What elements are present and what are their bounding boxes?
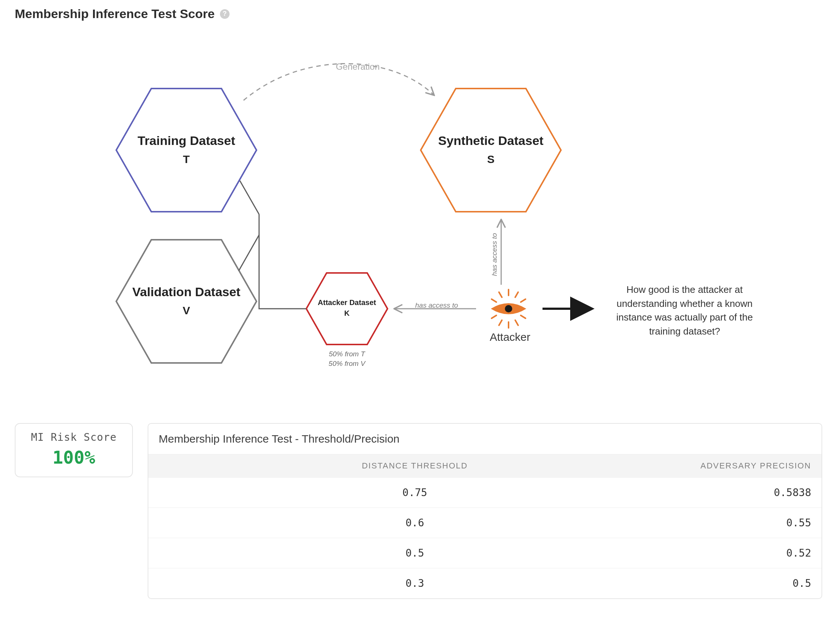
svg-line-2 xyxy=(499,292,502,297)
svg-line-6 xyxy=(515,320,518,325)
cell-threshold: 0.6 xyxy=(159,517,671,529)
attacker-question-text: How good is the attacker at understandin… xyxy=(605,283,764,339)
edge-t-to-junction xyxy=(240,181,259,214)
access-to-k-label: has access to xyxy=(415,302,458,310)
cell-precision: 0.52 xyxy=(671,547,811,559)
table-row: 0.3 0.5 xyxy=(148,568,822,598)
risk-score-card: MI Risk Score 100% xyxy=(15,423,133,477)
column-header-precision: ADVERSARY PRECISION xyxy=(671,461,811,470)
cell-threshold: 0.75 xyxy=(159,487,671,499)
composition-line-1: 50% from T xyxy=(317,349,376,359)
table-row: 0.6 0.55 xyxy=(148,508,822,538)
validation-hexagon xyxy=(116,240,256,363)
svg-line-7 xyxy=(499,320,502,325)
cell-threshold: 0.5 xyxy=(159,547,671,559)
diagram-canvas: Training Dataset T Validation Dataset V … xyxy=(15,28,797,408)
cell-precision: 0.5 xyxy=(671,577,811,590)
table-header-row: DISTANCE THRESHOLD ADVERSARY PRECISION xyxy=(148,454,822,477)
synthetic-hexagon xyxy=(421,88,561,212)
svg-point-10 xyxy=(505,305,512,312)
cell-threshold: 0.3 xyxy=(159,577,671,590)
edge-junction-to-k xyxy=(259,235,306,309)
table-title: Membership Inference Test - Threshold/Pr… xyxy=(148,424,822,454)
page-title-row: Membership Inference Test Score ? xyxy=(15,7,822,21)
access-to-s-label: has access to xyxy=(491,233,499,276)
cell-precision: 0.55 xyxy=(671,517,811,529)
training-hexagon xyxy=(116,88,256,212)
cell-precision: 0.5838 xyxy=(671,487,811,499)
svg-line-8 xyxy=(521,315,525,318)
table-row: 0.75 0.5838 xyxy=(148,477,822,508)
page-title: Membership Inference Test Score xyxy=(15,7,215,21)
table-row: 0.5 0.52 xyxy=(148,538,822,568)
bottom-section: MI Risk Score 100% Membership Inference … xyxy=(15,423,822,599)
svg-line-3 xyxy=(521,299,525,302)
risk-score-value: 100% xyxy=(25,447,123,468)
attacker-eye-icon xyxy=(491,290,526,328)
svg-line-4 xyxy=(492,299,496,302)
help-icon[interactable]: ? xyxy=(220,9,230,19)
column-header-threshold: DISTANCE THRESHOLD xyxy=(159,461,671,470)
attacker-dataset-hexagon xyxy=(306,273,387,344)
svg-line-1 xyxy=(515,292,518,297)
edge-v-to-junction xyxy=(239,235,259,271)
svg-line-9 xyxy=(492,315,496,318)
threshold-precision-table: Membership Inference Test - Threshold/Pr… xyxy=(148,423,822,599)
risk-score-title: MI Risk Score xyxy=(25,431,123,443)
attacker-dataset-composition: 50% from T 50% from V xyxy=(317,349,376,368)
composition-line-2: 50% from V xyxy=(317,359,376,369)
generation-label: Generation xyxy=(336,62,380,72)
attacker-label: Attacker xyxy=(484,331,536,343)
